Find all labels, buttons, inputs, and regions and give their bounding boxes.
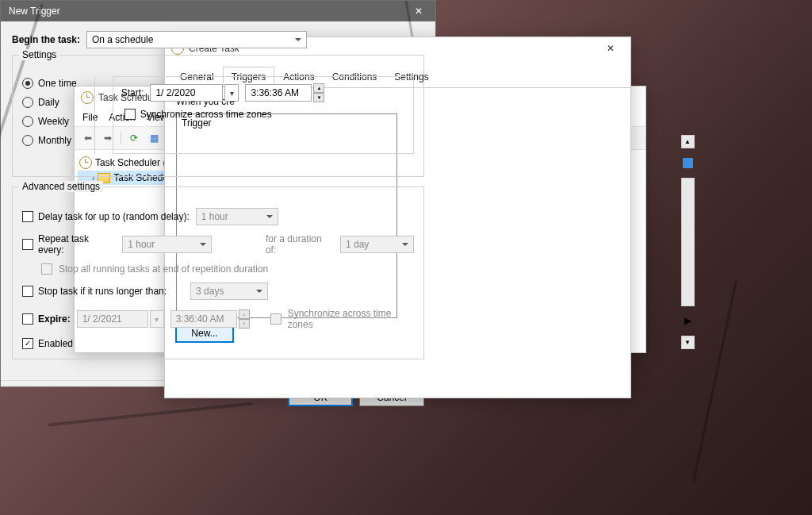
calendar-icon: ▾: [150, 310, 164, 328]
advanced-legend: Advanced settings: [19, 181, 103, 192]
radio-icon: [22, 97, 33, 108]
settings-legend: Settings: [19, 49, 59, 60]
new-trigger-dialog: New Trigger ✕ Begin the task: On a sched…: [0, 0, 436, 387]
new-trigger-title: New Trigger: [9, 6, 60, 17]
radio-one-time[interactable]: One time: [22, 78, 77, 89]
scrollbar-track[interactable]: [681, 178, 695, 306]
expand-arrow-icon[interactable]: ▶: [684, 315, 691, 326]
time-spinner: ▲▼: [239, 309, 250, 329]
enabled-checkbox[interactable]: Enabled: [22, 338, 73, 349]
stop-if-value-combo: 3 days: [190, 282, 268, 300]
duration-value-combo: 1 day: [340, 236, 414, 253]
repeat-task-checkbox[interactable]: Repeat task every:: [22, 233, 116, 256]
stop-if-longer-checkbox[interactable]: Stop task if it runs longer than:: [22, 286, 167, 297]
sync-timezones-checkbox[interactable]: Synchronize across time zones: [124, 109, 272, 120]
close-button[interactable]: ✕: [596, 39, 626, 58]
repeat-value-combo: 1 hour: [122, 236, 212, 253]
duration-label: for a duration of:: [266, 233, 334, 256]
stop-all-label: Stop all running tasks at end of repetit…: [59, 263, 268, 275]
scroll-up-button[interactable]: ▲: [681, 135, 695, 148]
time-spinner[interactable]: ▲▼: [313, 83, 324, 102]
checkbox-icon: [124, 109, 136, 120]
stop-all-checkbox: [41, 263, 52, 275]
start-time-input[interactable]: 3:36:36 AM: [245, 84, 312, 102]
scroll-thumb[interactable]: [683, 158, 693, 168]
radio-weekly[interactable]: Weekly: [22, 116, 77, 127]
checkbox-icon: [22, 239, 33, 250]
start-label: Start:: [121, 87, 144, 98]
begin-task-label: Begin the task:: [12, 34, 80, 45]
start-panel: Start: 1/ 2/2020 ▾ 3:36:36 AM ▲▼ Synchro…: [113, 76, 414, 154]
checkbox-icon: [22, 338, 33, 349]
radio-monthly[interactable]: Monthly: [22, 135, 77, 146]
scroll-down-button[interactable]: ▼: [681, 336, 695, 349]
radio-daily[interactable]: Daily: [22, 97, 77, 108]
expire-sync-label: Synchronize across time zones: [288, 308, 414, 330]
expire-checkbox[interactable]: Expire:: [22, 313, 71, 325]
checkbox-icon: [22, 286, 33, 297]
settings-group: Settings One time Daily Weekly Monthly S…: [12, 55, 424, 177]
expire-sync-checkbox: [270, 313, 282, 325]
checkbox-icon: [22, 313, 33, 325]
radio-icon: [22, 78, 33, 89]
delay-task-checkbox[interactable]: Delay task for up to (random delay):: [22, 211, 190, 222]
radio-icon: [22, 135, 33, 146]
expire-time-input: 3:36:40 AM: [170, 310, 237, 328]
new-trigger-titlebar[interactable]: New Trigger ✕: [1, 1, 435, 21]
begin-task-value: On a schedule: [92, 34, 153, 45]
advanced-settings-group: Advanced settings Delay task for up to (…: [12, 186, 424, 359]
expire-date-input: 1/ 2/2021: [77, 310, 148, 328]
close-button[interactable]: ✕: [407, 3, 431, 19]
checkbox-icon: [22, 211, 33, 222]
calendar-icon[interactable]: ▾: [224, 84, 239, 102]
radio-icon: [22, 116, 33, 127]
start-date-input[interactable]: 1/ 2/2020: [150, 84, 223, 102]
begin-task-combo[interactable]: On a schedule: [86, 31, 307, 48]
delay-value-combo: 1 hour: [196, 208, 278, 225]
